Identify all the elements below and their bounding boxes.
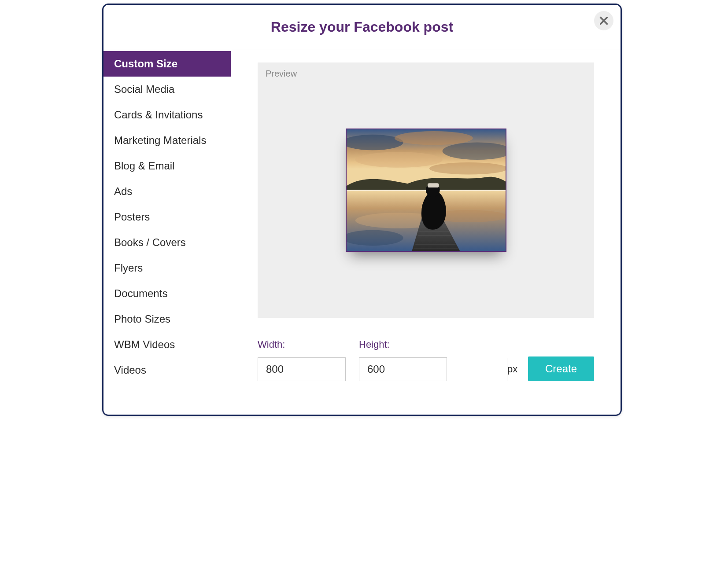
- resize-dialog: Resize your Facebook post Custom Size So…: [102, 4, 622, 416]
- dialog-title: Resize your Facebook post: [271, 19, 453, 35]
- sidebar-item-books-covers[interactable]: Books / Covers: [103, 230, 231, 255]
- close-icon: [599, 16, 609, 26]
- svg-point-4: [355, 152, 442, 167]
- main-panel: Preview: [231, 49, 621, 415]
- height-input-wrap: px: [359, 357, 447, 381]
- close-button[interactable]: [594, 11, 613, 30]
- sidebar-item-cards-invitations[interactable]: Cards & Invitations: [103, 102, 231, 128]
- svg-point-2: [394, 131, 473, 145]
- sidebar-item-label: Photo Sizes: [114, 313, 170, 325]
- sidebar-item-label: Custom Size: [114, 58, 177, 70]
- sidebar-item-label: Books / Covers: [114, 236, 186, 248]
- preview-label: Preview: [266, 69, 297, 79]
- sidebar-item-label: WBM Videos: [114, 338, 175, 350]
- dialog-body: Custom Size Social Media Cards & Invitat…: [103, 49, 621, 415]
- sidebar-item-label: Social Media: [114, 83, 174, 95]
- sidebar: Custom Size Social Media Cards & Invitat…: [103, 49, 231, 415]
- sidebar-item-photo-sizes[interactable]: Photo Sizes: [103, 306, 231, 332]
- sidebar-item-ads[interactable]: Ads: [103, 179, 231, 204]
- sidebar-item-wbm-videos[interactable]: WBM Videos: [103, 332, 231, 357]
- sidebar-item-label: Posters: [114, 211, 150, 223]
- sidebar-item-posters[interactable]: Posters: [103, 204, 231, 230]
- preview-image: [347, 129, 506, 251]
- sidebar-item-label: Cards & Invitations: [114, 109, 203, 121]
- sidebar-item-videos[interactable]: Videos: [103, 357, 231, 383]
- dialog-header: Resize your Facebook post: [103, 5, 621, 49]
- sidebar-item-label: Videos: [114, 364, 146, 376]
- sidebar-item-marketing-materials[interactable]: Marketing Materials: [103, 128, 231, 153]
- sidebar-item-flyers[interactable]: Flyers: [103, 255, 231, 281]
- sidebar-item-label: Documents: [114, 287, 167, 299]
- svg-point-5: [429, 162, 505, 175]
- sidebar-item-blog-email[interactable]: Blog & Email: [103, 153, 231, 179]
- sidebar-item-social-media[interactable]: Social Media: [103, 77, 231, 102]
- create-button[interactable]: Create: [528, 356, 594, 381]
- create-button-label: Create: [545, 363, 577, 375]
- size-controls: Width: px Height: px Create: [258, 339, 594, 381]
- sidebar-item-label: Blog & Email: [114, 160, 174, 172]
- sidebar-item-label: Marketing Materials: [114, 134, 206, 146]
- sidebar-item-label: Flyers: [114, 262, 143, 274]
- width-input-wrap: px: [258, 357, 346, 381]
- height-unit: px: [507, 358, 517, 381]
- height-label: Height:: [359, 339, 447, 350]
- height-input[interactable]: [359, 358, 507, 381]
- sidebar-item-custom-size[interactable]: Custom Size: [103, 51, 231, 77]
- preview-area: Preview: [258, 62, 594, 318]
- preview-thumbnail: [346, 129, 506, 252]
- sidebar-item-documents[interactable]: Documents: [103, 281, 231, 306]
- svg-rect-21: [427, 183, 439, 187]
- width-field: Width: px: [258, 339, 346, 381]
- width-label: Width:: [258, 339, 346, 350]
- height-field: Height: px: [359, 339, 447, 381]
- sidebar-item-label: Ads: [114, 185, 132, 197]
